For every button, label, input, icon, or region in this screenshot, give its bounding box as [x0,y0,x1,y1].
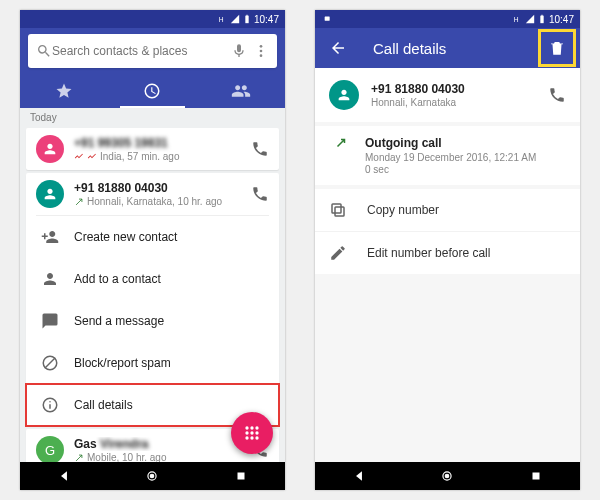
dialpad-fab[interactable] [231,412,273,454]
nav-recent-icon[interactable] [234,469,248,483]
action-copy-number[interactable]: Copy number [315,189,580,231]
search-icon [36,43,52,59]
person-icon [336,87,352,103]
avatar [36,180,64,208]
mic-icon[interactable] [231,43,247,59]
svg-point-30 [446,474,450,478]
nav-home-icon[interactable] [145,469,159,483]
contact-number: +91 81880 04030 [371,82,536,96]
svg-point-15 [250,431,253,434]
appbar-title: Call details [373,40,540,57]
menu-label: Block/report spam [74,356,269,370]
status-time: 10:47 [254,14,279,25]
delete-button[interactable] [540,31,574,65]
people-icon [231,81,251,101]
battery-icon [242,14,252,24]
menu-label: Add to a contact [74,272,269,286]
call-sub: Honnali, Karnataka, 10 hr. ago [87,196,222,207]
svg-rect-1 [245,16,248,24]
search-box[interactable] [28,34,277,68]
nav-home-icon[interactable] [440,469,454,483]
app-badge-icon [323,14,333,24]
avatar: G [36,436,64,462]
copy-icon [329,201,347,219]
signal-h-icon: H [218,14,228,24]
nav-bar [20,462,285,490]
svg-rect-26 [541,15,543,16]
svg-rect-27 [335,207,344,216]
back-button[interactable] [321,31,355,65]
nav-bar [315,462,580,490]
call-type: Outgoing call [365,136,566,150]
menu-label: Send a message [74,314,269,328]
svg-point-14 [245,431,248,434]
svg-line-7 [45,358,56,369]
svg-point-11 [245,426,248,429]
person-icon [42,141,58,157]
nav-back-icon[interactable] [57,469,71,483]
tab-contacts[interactable] [197,74,285,108]
svg-point-10 [49,401,51,403]
app-header [20,28,285,108]
svg-rect-22 [237,473,244,480]
svg-rect-31 [532,473,539,480]
phone-left: H 10:47 Today +91 99305 19831 [20,10,285,490]
search-input[interactable] [52,44,231,58]
menu-label: Call details [74,398,269,412]
nav-back-icon[interactable] [352,469,366,483]
phone-right: H 10:47 Call details +91 81880 04030 Hon… [315,10,580,490]
outgoing-icon [74,453,84,463]
phone-icon[interactable] [548,86,566,104]
contact-header[interactable]: +91 81880 04030 Honnali, Karnataka [315,68,580,122]
phone-icon[interactable] [251,185,269,203]
phone-icon[interactable] [251,140,269,158]
svg-text:H: H [514,16,519,23]
signal-h-icon: H [513,14,523,24]
arrow-back-icon [329,39,347,57]
section-today: Today [20,108,285,125]
status-bar: H 10:47 [315,10,580,28]
call-record: Outgoing call Monday 19 December 2016, 1… [315,126,580,185]
menu-label: Create new contact [74,230,269,244]
svg-point-21 [151,474,155,478]
contact-sub: Honnali, Karnataka [371,97,456,108]
action-edit-number[interactable]: Edit number before call [315,231,580,274]
tabs [20,74,285,108]
svg-rect-25 [540,16,543,24]
edit-icon [329,244,347,262]
call-entry-2[interactable]: +91 81880 04030 Honnali, Karnataka, 10 h… [26,173,279,215]
menu-add-contact[interactable]: Add to a contact [26,258,279,300]
call-name: Gas [74,437,100,451]
svg-point-3 [260,45,263,48]
action-label: Edit number before call [367,246,490,260]
block-icon [41,354,59,372]
call-entry-1[interactable]: +91 99305 19831 India, 57 min. ago [26,128,279,170]
app-bar: Call details [315,28,580,68]
svg-point-4 [260,50,263,53]
nav-recent-icon[interactable] [529,469,543,483]
call-duration: 0 sec [365,164,566,175]
svg-point-5 [260,54,263,57]
menu-create-contact[interactable]: Create new contact [26,216,279,258]
tab-favorites[interactable] [20,74,108,108]
tab-recents[interactable] [108,74,196,108]
outgoing-icon [335,137,347,149]
menu-block-spam[interactable]: Block/report spam [26,342,279,384]
svg-rect-23 [325,17,330,21]
status-time: 10:47 [549,14,574,25]
svg-point-19 [255,436,258,439]
call-number: +91 99305 19831 [74,136,241,150]
missed-icon [74,152,84,162]
svg-point-17 [245,436,248,439]
avatar [329,80,359,110]
svg-text:H: H [219,16,224,23]
menu-send-message[interactable]: Send a message [26,300,279,342]
svg-point-18 [250,436,253,439]
svg-point-13 [255,426,258,429]
more-icon[interactable] [253,43,269,59]
call-number: +91 81880 04030 [74,181,241,195]
star-icon [55,82,73,100]
call-time: Monday 19 December 2016, 12:21 AM [365,152,566,163]
battery-icon [537,14,547,24]
signal-icon [525,14,535,24]
